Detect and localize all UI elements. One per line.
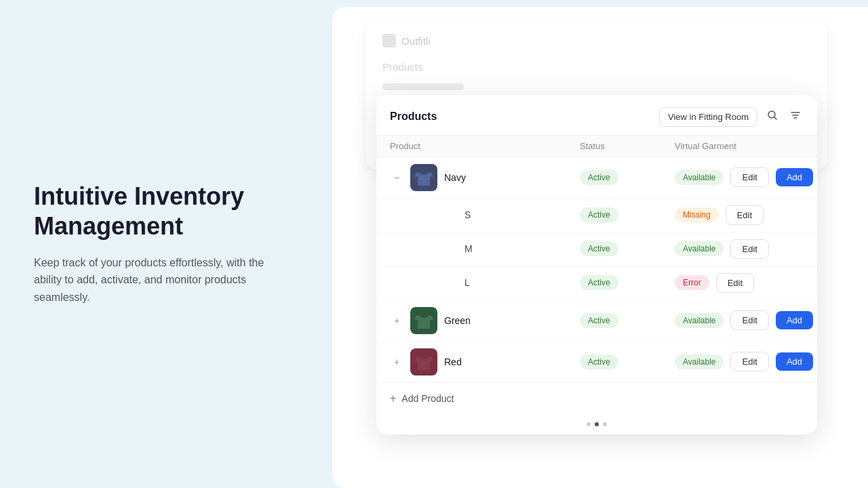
card-header: Products View in Fitting Room	[376, 95, 817, 136]
col-product: Product	[390, 141, 580, 151]
vg-cell-m: Available Edit	[675, 239, 804, 259]
status-cell-m: Active	[580, 241, 675, 256]
status-badge-l: Active	[580, 275, 618, 290]
add-navy-button[interactable]: Add	[776, 168, 813, 186]
add-red-button[interactable]: Add	[776, 352, 813, 371]
add-product-row[interactable]: + Add Product	[376, 383, 817, 414]
header-actions: View in Fitting Room	[659, 107, 804, 127]
vg-badge-s: Missing	[675, 207, 719, 222]
left-panel: Intuitive Inventory Management Keep trac…	[0, 141, 326, 346]
add-product-plus-icon: +	[390, 392, 396, 405]
vg-badge-l: Error	[675, 275, 709, 290]
vg-badge-red: Available	[675, 354, 724, 369]
right-panel: Outfitli Products Products View in Fitti…	[326, 0, 868, 488]
expand-red-button[interactable]: +	[390, 355, 403, 369]
product-name-green: Green	[444, 315, 471, 326]
table-header: Product Status Virtual Garment	[376, 136, 817, 157]
product-group-red: + Red Active Available Edit	[376, 342, 817, 383]
status-cell-green: Active	[580, 313, 675, 328]
vg-badge-navy: Available	[675, 170, 724, 185]
edit-green-button[interactable]: Edit	[730, 310, 768, 330]
pagination	[376, 414, 817, 434]
product-info-navy: − Navy	[390, 164, 580, 191]
green-jacket-thumbnail	[410, 307, 437, 334]
vg-badge-m: Available	[675, 241, 724, 256]
vg-badge-green: Available	[675, 313, 724, 328]
edit-l-button[interactable]: Edit	[716, 273, 754, 293]
status-cell-navy: Active	[580, 170, 675, 185]
product-info-navy-m: − M	[390, 242, 580, 256]
status-badge-green: Active	[580, 313, 618, 328]
table-row: + Red Active Available Edit	[376, 342, 817, 382]
col-virtual-garment: Virtual Garment	[675, 141, 804, 151]
search-icon	[767, 110, 778, 121]
table-row: − S Active Missing Edit	[376, 199, 817, 232]
product-info-navy-l: − L	[390, 276, 580, 289]
edit-navy-button[interactable]: Edit	[730, 167, 768, 187]
svg-line-1	[774, 117, 776, 119]
product-info-navy-s: − S	[390, 208, 580, 222]
size-name-l: L	[465, 277, 470, 288]
status-badge-red: Active	[580, 354, 618, 369]
status-badge-m: Active	[580, 241, 618, 256]
filter-button[interactable]	[787, 107, 804, 126]
table-row: + Green Active Available Edit	[376, 300, 817, 341]
size-name-m: M	[465, 243, 473, 254]
main-heading: Intuitive Inventory Management	[34, 182, 292, 240]
navy-jacket-thumbnail	[410, 164, 437, 191]
status-badge-s: Active	[580, 207, 618, 222]
size-name-s: S	[465, 209, 471, 220]
main-description: Keep track of your products effortlessly…	[34, 254, 292, 306]
table-row: − Navy Active Available Edit	[376, 157, 817, 199]
vg-cell-navy: Available Edit Add	[675, 167, 813, 187]
ghost-line-1	[382, 83, 464, 90]
table-row: − L Active Error Edit	[376, 266, 817, 300]
add-green-button[interactable]: Add	[776, 311, 813, 329]
expand-navy-button[interactable]: −	[390, 171, 403, 184]
products-card: Products View in Fitting Room	[376, 95, 817, 434]
ghost-app-name: Outfitli	[401, 35, 431, 47]
table-row: − M Active Available Edit	[376, 232, 817, 266]
filter-icon	[790, 110, 801, 121]
product-name-red: Red	[444, 357, 462, 367]
vg-cell-l: Error Edit	[675, 273, 804, 293]
fitting-room-button[interactable]: View in Fitting Room	[659, 107, 757, 127]
col-status: Status	[580, 141, 675, 151]
product-info-green: + Green	[390, 307, 580, 334]
edit-red-button[interactable]: Edit	[730, 352, 768, 371]
pagination-dot-2[interactable]	[595, 422, 599, 426]
add-product-label: Add Product	[401, 393, 454, 404]
red-jacket-thumbnail	[410, 348, 437, 375]
vg-cell-red: Available Edit Add	[675, 352, 813, 371]
status-cell-red: Active	[580, 354, 675, 369]
product-group-navy: − Navy Active Available Edit	[376, 157, 817, 300]
pagination-dot-3[interactable]	[603, 422, 607, 426]
edit-s-button[interactable]: Edit	[726, 205, 764, 225]
expand-green-button[interactable]: +	[390, 314, 403, 327]
vg-cell-s: Missing Edit	[675, 205, 804, 225]
vg-cell-green: Available Edit Add	[675, 310, 813, 330]
status-badge-navy: Active	[580, 170, 618, 185]
ghost-section: Products	[382, 61, 811, 73]
product-info-red: + Red	[390, 348, 580, 375]
edit-m-button[interactable]: Edit	[730, 239, 768, 259]
product-group-green: + Green Active Available Edit	[376, 300, 817, 342]
search-button[interactable]	[764, 107, 781, 126]
ghost-app-icon	[382, 34, 396, 47]
product-name-navy: Navy	[444, 172, 466, 183]
pagination-dot-1[interactable]	[587, 422, 591, 426]
status-cell-s: Active	[580, 207, 675, 222]
card-title: Products	[390, 110, 437, 123]
status-cell-l: Active	[580, 275, 675, 290]
